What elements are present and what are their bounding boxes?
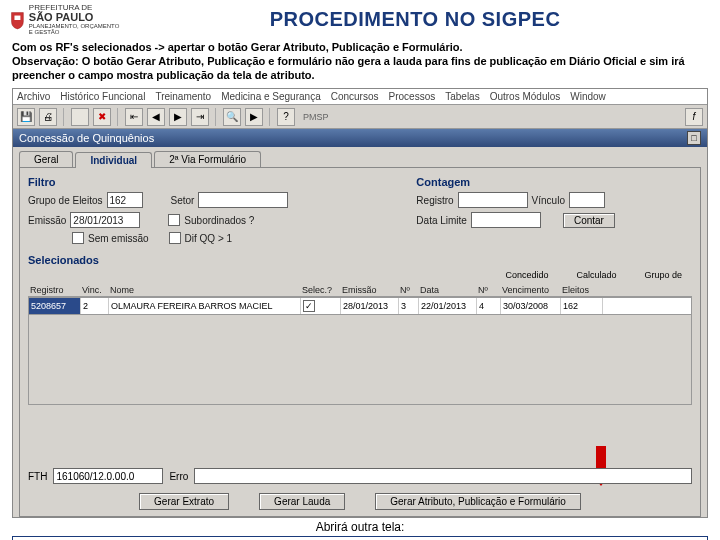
registro-field[interactable] <box>458 192 528 208</box>
cancel-icon[interactable]: ✖ <box>93 108 111 126</box>
col-vencimento: Vencimento <box>500 284 560 296</box>
prev-icon[interactable]: ◀ <box>147 108 165 126</box>
vinculo-field[interactable] <box>569 192 605 208</box>
menu-outros[interactable]: Outros Módulos <box>490 91 561 102</box>
menu-treinamento[interactable]: Treinamento <box>155 91 211 102</box>
col-registro: Registro <box>28 284 80 296</box>
cell-vinc: 2 <box>81 298 109 314</box>
fn-icon[interactable]: f <box>685 108 703 126</box>
difqq-checkbox[interactable] <box>169 232 181 244</box>
fth-field[interactable]: 161060/12.0.00.0 <box>53 468 163 484</box>
prefeitura-bot: PLANEJAMENTO, ORÇAMENTO E GESTÃO <box>29 23 120 35</box>
crest-icon <box>10 8 25 32</box>
window-title-text: Concessão de Quinquênios <box>19 132 154 144</box>
tab-geral[interactable]: Geral <box>19 151 73 167</box>
menu-processos[interactable]: Processos <box>389 91 436 102</box>
subordinados-checkbox[interactable] <box>168 214 180 226</box>
col-eleitos: Eleitos <box>560 284 602 296</box>
col-n1: Nº <box>398 284 418 296</box>
intro-text: Com os RF's selecionados -> apertar o bo… <box>0 39 720 88</box>
col-vinc: Vinc. <box>80 284 108 296</box>
save-icon[interactable]: 💾 <box>17 108 35 126</box>
cell-data: 22/01/2013 <box>419 298 477 314</box>
col-data: Data <box>418 284 476 296</box>
cell-n2: 4 <box>477 298 501 314</box>
sem-emissao-checkbox[interactable] <box>72 232 84 244</box>
gerar-extrato-button[interactable]: Gerar Extrato <box>139 493 229 510</box>
cell-registro: 5208657 <box>29 298 81 314</box>
help-icon[interactable]: ? <box>277 108 295 126</box>
difqq-label: Dif QQ > 1 <box>185 233 233 244</box>
blank-icon[interactable] <box>71 108 89 126</box>
col-grupo-de: Grupo de <box>644 270 682 280</box>
gerar-lauda-button[interactable]: Gerar Lauda <box>259 493 345 510</box>
gerar-atributo-button[interactable]: Gerar Atributo, Publicação e Formulário <box>375 493 581 510</box>
data-limite-label: Data Limite <box>416 215 467 226</box>
footer-abrira: Abrirá outra tela: <box>0 520 720 534</box>
grupo-eleitos-label: Grupo de Eleitos <box>28 195 103 206</box>
data-limite-field[interactable] <box>471 212 541 228</box>
pmsp-badge: PMSP <box>299 112 333 122</box>
emissao-label: Emissão <box>28 215 66 226</box>
query-icon[interactable]: 🔍 <box>223 108 241 126</box>
filtro-heading: Filtro <box>28 176 386 188</box>
prefeitura-mid: SÃO PAULO <box>29 12 120 23</box>
cell-eleitos: 162 <box>561 298 603 314</box>
cell-n1: 3 <box>399 298 419 314</box>
menu-archivo[interactable]: Archivo <box>17 91 50 102</box>
col-concedido: Concedido <box>505 270 548 280</box>
cell-nome: OLMAURA FEREIRA BARROS MACIEL <box>109 298 301 314</box>
print-icon[interactable]: 🖨 <box>39 108 57 126</box>
menubar[interactable]: Archivo Histórico Funcional Treinamento … <box>13 89 707 105</box>
menu-concursos[interactable]: Concursos <box>331 91 379 102</box>
col-nome: Nome <box>108 284 300 296</box>
emissao-field[interactable]: 28/01/2013 <box>70 212 140 228</box>
menu-tabelas[interactable]: Tabelas <box>445 91 479 102</box>
cell-emissao: 28/01/2013 <box>341 298 399 314</box>
svg-rect-0 <box>14 15 20 19</box>
setor-label: Setor <box>171 195 195 206</box>
tab-2via[interactable]: 2ª Via Formulário <box>154 151 261 167</box>
contagem-heading: Contagem <box>416 176 692 188</box>
footer-cogep-bar: Coordenadoria de Gestão de Pessoas - COG… <box>12 536 708 540</box>
grupo-eleitos-field[interactable]: 162 <box>107 192 143 208</box>
window-titlebar: Concessão de Quinquênios □ <box>13 129 707 147</box>
menu-medicina[interactable]: Medicina e Segurança <box>221 91 321 102</box>
menu-historico[interactable]: Histórico Funcional <box>60 91 145 102</box>
page-title: PROCEDIMENTO NO SIGPEC <box>120 8 710 31</box>
col-selec: Selec.? <box>300 284 340 296</box>
run-icon[interactable]: ▶ <box>245 108 263 126</box>
subordinados-label: Subordinados ? <box>184 215 254 226</box>
app-window: Archivo Histórico Funcional Treinamento … <box>12 88 708 518</box>
fth-label: FTH <box>28 471 47 482</box>
prefeitura-logo: PREFEITURA DE SÃO PAULO PLANEJAMENTO, OR… <box>10 4 120 35</box>
erro-field[interactable] <box>194 468 692 484</box>
selecionados-heading: Selecionados <box>28 254 692 266</box>
next-icon[interactable]: ▶ <box>169 108 187 126</box>
setor-field[interactable] <box>198 192 288 208</box>
cell-vencimento: 30/03/2008 <box>501 298 561 314</box>
menu-window[interactable]: Window <box>570 91 606 102</box>
sem-emissao-label: Sem emissão <box>88 233 149 244</box>
registro-label: Registro <box>416 195 453 206</box>
contar-button[interactable]: Contar <box>563 213 615 228</box>
first-icon[interactable]: ⇤ <box>125 108 143 126</box>
vinculo-label: Vínculo <box>532 195 565 206</box>
col-calculado: Calculado <box>576 270 616 280</box>
last-icon[interactable]: ⇥ <box>191 108 209 126</box>
col-emissao: Emissão <box>340 284 398 296</box>
toolbar: 💾 🖨 ✖ ⇤ ◀ ▶ ⇥ 🔍 ▶ ? PMSP f <box>13 105 707 129</box>
cell-selec[interactable]: ✓ <box>301 298 341 314</box>
tab-individual[interactable]: Individual <box>75 152 152 168</box>
table-row[interactable]: 5208657 2 OLMAURA FEREIRA BARROS MACIEL … <box>28 297 692 315</box>
col-n2: Nº <box>476 284 500 296</box>
maximize-icon[interactable]: □ <box>687 131 701 145</box>
erro-label: Erro <box>169 471 188 482</box>
